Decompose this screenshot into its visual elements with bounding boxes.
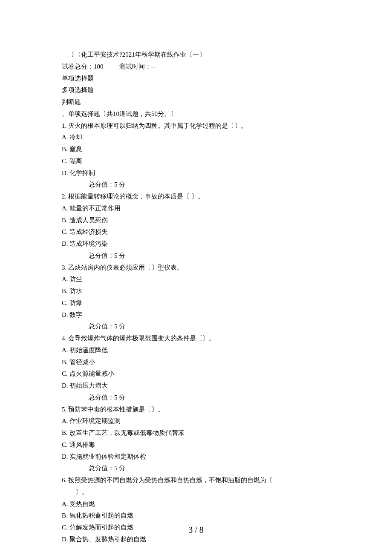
section-label-multi: 多项选择题 [62, 84, 330, 96]
option-c: C. 防爆 [62, 297, 330, 309]
option-label: A. [62, 205, 68, 212]
question-text: 预防苯中毒的根本性措施是〔〕。 [68, 406, 164, 413]
option-b: B. 造成人员死伤 [62, 215, 330, 227]
option-label: C. [62, 158, 68, 164]
option-d: D. 造成环境污染 [62, 238, 330, 250]
question-score: 总分值：5 分 [62, 463, 330, 474]
option-c: C. 造成经济损失 [62, 226, 330, 238]
option-d: D. 数字 [62, 309, 330, 321]
option-text: 作业环境定期监测 [69, 417, 121, 424]
page-content: 〔〈化工平安技术?2021年秋学期在线作业〔一〕 试卷总分：100 测试时间：-… [0, 0, 392, 546]
question-number: 4. [62, 333, 66, 345]
option-c: C. 通风排毒 [62, 439, 330, 451]
option-a: A. 初始温度降低 [62, 345, 330, 357]
option-text: 造成环境污染 [69, 240, 108, 247]
option-d: D. 初始压力增大 [62, 380, 330, 392]
option-b: B. 氧化热积蓄引起的自燃 [62, 510, 330, 522]
section-label-single: 单项选择题 [62, 73, 330, 85]
option-label: B. [62, 288, 68, 294]
option-text: 氧化热积蓄引起的自燃 [69, 512, 133, 519]
option-text: 造成人员死伤 [69, 217, 108, 224]
option-label: D. [62, 170, 68, 176]
question-stem: 6. 按照受热源的不同自燃分为受热自燃和自热自燃，不饱和油脂的自燃为〔 [62, 474, 330, 486]
option-label: C. [62, 228, 68, 235]
question-text: 灭火的根本原理可以归纳为四种。其中属于化学过程的是〔〕。 [68, 122, 247, 129]
question-score: 总分值：5 分 [62, 392, 330, 404]
option-text: 初始压力增大 [69, 382, 108, 389]
question-stem: 1. 灭火的根本原理可以归纳为四种。其中属于化学过程的是〔〕。 [62, 120, 330, 132]
option-text: 受热自燃 [69, 500, 95, 507]
question-number: 2. [62, 191, 66, 203]
option-text: 隔离 [69, 158, 82, 164]
option-label: A. [62, 417, 68, 424]
question-stem: 5. 预防苯中毒的根本性措施是〔〕。 [62, 404, 330, 416]
question-text: 根据能量转移理论的概念，事故的本质是〔 〕。 [68, 193, 204, 200]
option-label: C. [62, 299, 68, 306]
option-text: 改革生产工艺，以无毒或低毒物质代替苯 [69, 429, 184, 436]
question-stem: 3. 乙炔站房内的仪表必须应用〔〕型仪表。 [62, 262, 330, 274]
question-number: 6. [62, 474, 66, 486]
option-a: A. 防尘 [62, 273, 330, 285]
section1-header: 、单项选择题〔共10道试题，共50分。〕 [62, 108, 330, 120]
option-a: A. 能量的不正常作用 [62, 203, 330, 215]
option-text: 通风排毒 [69, 441, 95, 448]
option-text: 能量的不正常作用 [69, 205, 121, 212]
question-score: 总分值：5 分 [62, 321, 330, 333]
option-label: B. [62, 429, 68, 436]
option-text: 冷却 [69, 134, 82, 141]
option-label: C. [62, 441, 68, 448]
question-text: 乙炔站房内的仪表必须应用〔〕型仪表。 [68, 264, 183, 271]
question-score: 总分值：5 分 [62, 250, 330, 262]
option-d: D. 化学抑制 [62, 167, 330, 179]
option-label: B. [62, 146, 68, 152]
option-a: A. 受热自燃 [62, 498, 330, 510]
option-c: C. 隔离 [62, 155, 330, 167]
score-time-line: 试卷总分：100 测试时间：-- [62, 61, 330, 73]
option-label: A. [62, 347, 68, 354]
option-text: 化学抑制 [69, 170, 95, 176]
option-a: A. 作业环境定期监测 [62, 415, 330, 427]
option-b: B. 防水 [62, 285, 330, 297]
option-b: B. 管径减小 [62, 357, 330, 368]
option-text: 防爆 [69, 299, 82, 306]
question-text: 按照受热源的不同自燃分为受热自燃和自热自燃，不饱和油脂的自燃为〔 [68, 477, 273, 483]
option-text: 防尘 [69, 276, 82, 282]
option-b: B. 窒息 [62, 144, 330, 155]
option-label: A. [62, 276, 68, 282]
question-number: 5. [62, 404, 66, 416]
option-label: D. [62, 311, 68, 318]
option-text: 数字 [69, 311, 82, 318]
option-label: B. [62, 217, 68, 224]
option-a: A. 冷却 [62, 132, 330, 144]
option-label: A. [62, 500, 68, 507]
option-text: 初始温度降低 [69, 347, 108, 354]
question-score: 总分值：5 分 [62, 179, 330, 191]
option-text: 防水 [69, 288, 82, 294]
page-number: 3 / 8 [0, 522, 392, 538]
section-label-judge: 判断题 [62, 96, 330, 108]
option-label: B. [62, 359, 68, 365]
option-text: 点火源能量减小 [69, 370, 114, 377]
option-label: D. [62, 240, 68, 247]
question-stem-cont: 〕。 [62, 486, 330, 498]
option-text: 窒息 [69, 146, 82, 152]
option-label: D. [62, 453, 68, 460]
question-stem: 2. 根据能量转移理论的概念，事故的本质是〔 〕。 [62, 191, 330, 203]
option-label: A. [62, 134, 68, 141]
option-text: 实施就业前体验和定期体检 [69, 453, 146, 460]
question-number: 3. [62, 262, 66, 274]
exam-title: 〔〈化工平安技术?2021年秋学期在线作业〔一〕 [62, 49, 330, 61]
option-c: C. 点火源能量减小 [62, 368, 330, 380]
option-text: 造成经济损失 [69, 228, 108, 235]
option-label: D. [62, 382, 68, 389]
question-stem: 4. 会导致爆炸气体的爆炸极限范围变大的条件是〔〕。 [62, 333, 330, 345]
option-label: B. [62, 512, 68, 519]
option-d: D. 实施就业前体验和定期体检 [62, 451, 330, 463]
question-number: 1. [62, 120, 66, 132]
option-text: 管径减小 [69, 359, 95, 365]
option-b: B. 改革生产工艺，以无毒或低毒物质代替苯 [62, 427, 330, 439]
option-label: C. [62, 370, 68, 377]
question-text: 会导致爆炸气体的爆炸极限范围变大的条件是〔〕。 [68, 335, 215, 342]
